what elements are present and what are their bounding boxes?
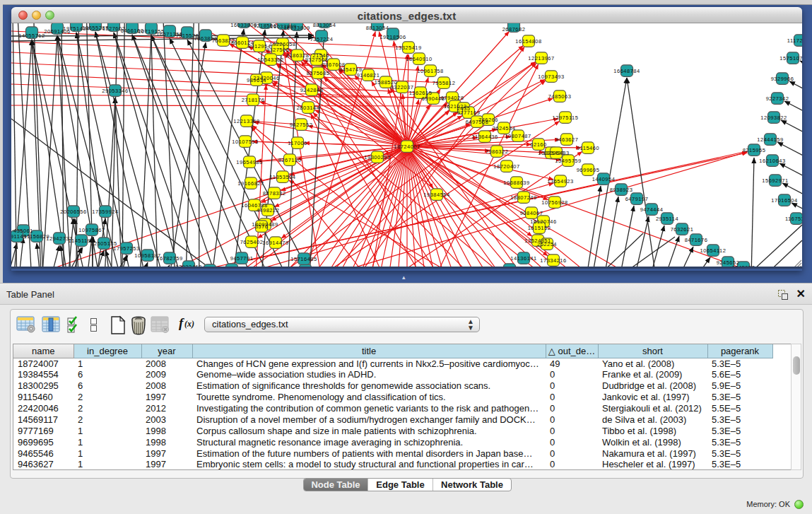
svg-text:1440954: 1440954 (592, 176, 616, 182)
svg-text:19384554: 19384554 (423, 192, 449, 198)
svg-text:10654112: 10654112 (700, 247, 726, 254)
svg-text:8471676: 8471676 (685, 237, 708, 243)
svg-text:18724007: 18724007 (394, 144, 420, 150)
svg-text:15751074: 15751074 (779, 55, 802, 62)
svg-text:1615152: 1615152 (528, 225, 551, 231)
svg-text:117006: 117006 (288, 140, 307, 146)
svg-text:9146821: 9146821 (357, 72, 380, 78)
svg-text:9227342: 9227342 (766, 95, 789, 102)
svg-text:15692971: 15692971 (762, 177, 788, 184)
svg-text:16914479: 16914479 (262, 240, 288, 246)
svg-text:9777169: 9777169 (457, 110, 481, 116)
svg-text:9457791: 9457791 (230, 255, 254, 262)
svg-text:746266: 746266 (478, 117, 498, 123)
svg-text:4498222: 4498222 (257, 207, 280, 214)
svg-text:10688639: 10688639 (503, 180, 529, 186)
svg-text:2803144: 2803144 (297, 105, 320, 111)
svg-text:7357224: 7357224 (310, 36, 334, 42)
svg-text:(x): (x) (184, 319, 194, 329)
svg-text:15716485: 15716485 (290, 256, 317, 262)
svg-text:8215955: 8215955 (743, 147, 766, 153)
svg-text:6479197: 6479197 (625, 196, 649, 202)
svg-text:9245652: 9245652 (732, 264, 755, 269)
svg-text:16648784: 16648784 (613, 68, 640, 74)
svg-text:17016504: 17016504 (771, 197, 797, 204)
svg-text:8878332: 8878332 (263, 190, 286, 197)
svg-text:13654923: 13654923 (547, 178, 573, 185)
svg-text:19166827: 19166827 (237, 180, 264, 187)
svg-text:16033809: 16033809 (283, 25, 310, 31)
svg-text:8375685: 8375685 (307, 70, 330, 76)
svg-text:7485063: 7485063 (548, 93, 572, 100)
svg-text:10975867: 10975867 (78, 227, 105, 233)
svg-text:3576: 3576 (255, 223, 269, 230)
svg-text:12093822: 12093822 (760, 115, 787, 121)
svg-text:7632621: 7632621 (671, 226, 694, 233)
svg-text:8813054: 8813054 (366, 25, 389, 31)
svg-text:9115460: 9115460 (577, 145, 599, 151)
svg-text:9474444: 9474444 (640, 206, 664, 213)
svg-text:6794028: 6794028 (441, 95, 464, 101)
svg-text:3624534: 3624534 (493, 125, 516, 132)
svg-text:17957253: 17957253 (113, 245, 139, 252)
svg-text:16120746: 16120746 (530, 218, 556, 225)
svg-text:157164: 157164 (295, 267, 315, 269)
svg-text:62160: 62160 (530, 141, 546, 148)
svg-text:1292346: 1292346 (199, 267, 222, 269)
svg-text:18807249: 18807249 (510, 194, 536, 201)
svg-text:10107553: 10107553 (232, 139, 258, 145)
svg-text:f: f (179, 315, 184, 330)
svg-text:2687682: 2687682 (502, 26, 526, 33)
svg-text:8267130: 8267130 (278, 157, 302, 163)
svg-text:12923468: 12923468 (175, 264, 201, 269)
svg-text:2935114: 2935114 (656, 216, 678, 222)
svg-text:15495759: 15495759 (555, 158, 581, 164)
svg-text:7625402: 7625402 (240, 239, 264, 245)
svg-text:10807487: 10807487 (505, 133, 531, 139)
svg-text:18640910: 18640910 (406, 56, 432, 62)
svg-text:10973493: 10973493 (538, 74, 564, 80)
svg-text:9463627: 9463627 (555, 136, 579, 143)
svg-text:29053346: 29053346 (102, 88, 128, 94)
svg-text:21364436: 21364436 (471, 134, 498, 140)
svg-text:252254: 252254 (537, 241, 557, 247)
svg-text:17359924: 17359924 (92, 209, 118, 215)
svg-text:989614: 989614 (247, 77, 266, 83)
svg-text:16782759: 16782759 (156, 255, 182, 262)
svg-text:16154808: 16154808 (515, 38, 541, 45)
svg-text:10025433: 10025433 (543, 150, 569, 156)
svg-text:20206556: 20206556 (60, 209, 86, 215)
svg-text:8938923: 8938923 (610, 187, 633, 193)
svg-text:19300293: 19300293 (364, 154, 390, 160)
svg-text:16210643: 16210643 (759, 158, 785, 164)
svg-text:11172345: 11172345 (787, 37, 802, 44)
svg-text:12213967: 12213967 (528, 55, 554, 62)
svg-text:9699695: 9699695 (577, 167, 600, 173)
svg-text:7955812: 7955812 (433, 80, 456, 86)
svg-text:1167533: 1167533 (785, 216, 802, 222)
svg-text:12213369: 12213369 (233, 118, 259, 124)
svg-text:9084067: 9084067 (520, 210, 543, 216)
svg-text:10543362: 10543362 (257, 57, 283, 63)
svg-text:8813054: 8813054 (313, 23, 336, 28)
svg-text:19654985: 19654985 (236, 159, 262, 165)
svg-text:14136141: 14136141 (510, 255, 536, 262)
svg-text:11353594: 11353594 (270, 174, 296, 180)
svg-text:18720407: 18720407 (493, 163, 519, 170)
svg-text:10961758: 10961758 (417, 68, 443, 74)
svg-text:945779: 945779 (222, 267, 242, 269)
svg-text:13325419: 13325419 (395, 45, 421, 51)
svg-text:12975115: 12975115 (553, 115, 579, 121)
svg-text:141361: 141361 (500, 267, 519, 269)
svg-text:14055712: 14055712 (18, 33, 45, 39)
svg-text:19218506: 19218506 (379, 34, 406, 40)
svg-text:12444159: 12444159 (757, 136, 783, 143)
svg-text:7986322: 7986322 (486, 148, 509, 155)
svg-text:10756928: 10756928 (541, 199, 567, 206)
svg-text:17334216: 17334216 (540, 257, 566, 264)
svg-text:9242848: 9242848 (300, 87, 324, 93)
svg-text:2718176: 2718176 (242, 97, 265, 103)
svg-text:9427552: 9427552 (290, 122, 313, 128)
svg-text:9329966: 9329966 (771, 76, 794, 82)
